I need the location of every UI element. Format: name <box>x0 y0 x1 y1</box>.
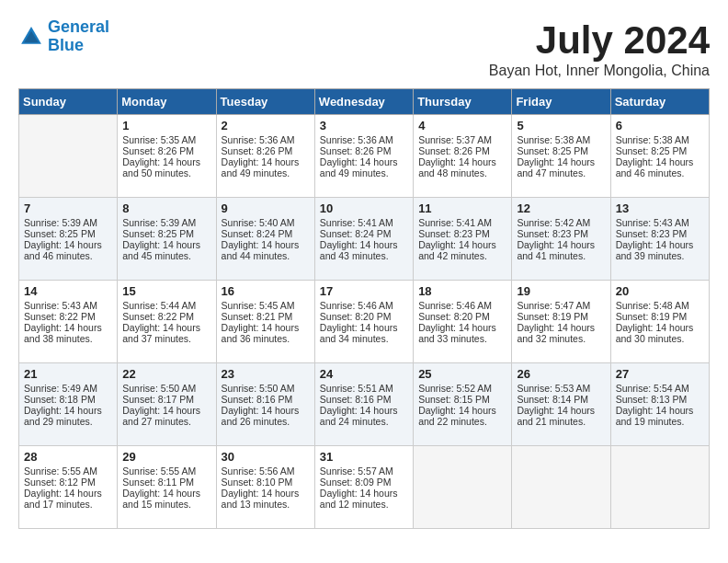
daylight-text: Daylight: 14 hours and 19 minutes. <box>616 405 694 427</box>
day-number: 3 <box>320 119 408 132</box>
calendar-cell: 11Sunrise: 5:41 AMSunset: 8:23 PMDayligh… <box>414 198 512 281</box>
sunset-text: Sunset: 8:15 PM <box>418 394 490 405</box>
sunrise-text: Sunrise: 5:42 AM <box>517 217 590 228</box>
day-number: 10 <box>320 201 408 215</box>
sunrise-text: Sunrise: 5:38 AM <box>616 134 689 145</box>
sunset-text: Sunset: 8:25 PM <box>24 228 96 239</box>
day-number: 27 <box>616 367 704 381</box>
sunset-text: Sunset: 8:16 PM <box>222 394 293 405</box>
sunrise-text: Sunrise: 5:41 AM <box>320 217 393 228</box>
sunrise-text: Sunrise: 5:36 AM <box>320 134 393 145</box>
day-number: 4 <box>418 119 506 132</box>
calendar-cell: 25Sunrise: 5:52 AMSunset: 8:15 PMDayligh… <box>414 363 512 446</box>
daylight-text: Daylight: 14 hours and 34 minutes. <box>320 322 398 344</box>
sunrise-text: Sunrise: 5:55 AM <box>24 465 97 477</box>
sunrise-text: Sunrise: 5:36 AM <box>222 134 295 145</box>
daylight-text: Daylight: 14 hours and 50 minutes. <box>122 156 200 178</box>
day-number: 6 <box>616 119 704 132</box>
sunset-text: Sunset: 8:17 PM <box>122 394 194 405</box>
sunrise-text: Sunrise: 5:35 AM <box>122 134 196 145</box>
day-number: 11 <box>418 201 506 215</box>
sunset-text: Sunset: 8:26 PM <box>222 145 293 156</box>
calendar-cell: 6Sunrise: 5:38 AMSunset: 8:25 PMDaylight… <box>610 115 709 198</box>
title-block: July 2024 Bayan Hot, Inner Mongolia, Chi… <box>489 18 710 79</box>
calendar-cell: 15Sunrise: 5:44 AMSunset: 8:22 PMDayligh… <box>118 281 216 363</box>
weekday-header-tuesday: Tuesday <box>216 89 314 115</box>
daylight-text: Daylight: 14 hours and 37 minutes. <box>122 322 200 344</box>
daylight-text: Daylight: 14 hours and 13 minutes. <box>222 488 300 510</box>
day-number: 23 <box>222 367 310 381</box>
day-number: 26 <box>517 367 605 381</box>
sunset-text: Sunset: 8:09 PM <box>320 477 392 488</box>
daylight-text: Daylight: 14 hours and 42 minutes. <box>418 239 496 261</box>
day-number: 17 <box>320 284 408 298</box>
daylight-text: Daylight: 14 hours and 44 minutes. <box>222 239 300 261</box>
calendar-cell <box>19 115 118 198</box>
sunset-text: Sunset: 8:26 PM <box>122 145 194 156</box>
day-number: 8 <box>122 201 210 215</box>
sunrise-text: Sunrise: 5:44 AM <box>122 300 196 311</box>
calendar-cell: 19Sunrise: 5:47 AMSunset: 8:19 PMDayligh… <box>512 281 610 363</box>
day-number: 5 <box>517 119 605 132</box>
calendar-cell: 20Sunrise: 5:48 AMSunset: 8:19 PMDayligh… <box>610 281 709 363</box>
sunset-text: Sunset: 8:10 PM <box>222 477 293 488</box>
sunrise-text: Sunrise: 5:56 AM <box>222 465 295 477</box>
daylight-text: Daylight: 14 hours and 21 minutes. <box>517 405 595 427</box>
day-number: 2 <box>222 119 310 132</box>
calendar-cell: 4Sunrise: 5:37 AMSunset: 8:26 PMDaylight… <box>414 115 512 198</box>
sunset-text: Sunset: 8:19 PM <box>517 311 588 322</box>
sunrise-text: Sunrise: 5:51 AM <box>320 383 393 394</box>
sunrise-text: Sunrise: 5:52 AM <box>418 383 492 394</box>
calendar-cell: 13Sunrise: 5:43 AMSunset: 8:23 PMDayligh… <box>610 198 709 281</box>
daylight-text: Daylight: 14 hours and 29 minutes. <box>24 405 102 427</box>
sunrise-text: Sunrise: 5:57 AM <box>320 465 393 477</box>
calendar-cell: 10Sunrise: 5:41 AMSunset: 8:24 PMDayligh… <box>314 198 413 281</box>
sunset-text: Sunset: 8:24 PM <box>222 228 293 239</box>
sunrise-text: Sunrise: 5:43 AM <box>616 217 689 228</box>
day-number: 30 <box>222 450 310 464</box>
daylight-text: Daylight: 14 hours and 46 minutes. <box>616 156 694 178</box>
calendar-cell: 1Sunrise: 5:35 AMSunset: 8:26 PMDaylight… <box>118 115 216 198</box>
sunset-text: Sunset: 8:14 PM <box>517 394 588 405</box>
day-number: 18 <box>418 284 506 298</box>
calendar-cell: 29Sunrise: 5:55 AMSunset: 8:11 PMDayligh… <box>118 446 216 529</box>
calendar-cell: 22Sunrise: 5:50 AMSunset: 8:17 PMDayligh… <box>118 363 216 446</box>
calendar-cell <box>512 446 610 529</box>
calendar-cell: 30Sunrise: 5:56 AMSunset: 8:10 PMDayligh… <box>216 446 314 529</box>
day-number: 12 <box>517 201 605 215</box>
day-number: 22 <box>122 367 210 381</box>
sunrise-text: Sunrise: 5:43 AM <box>24 300 97 311</box>
logo-icon <box>18 24 44 50</box>
page-header: General Blue July 2024 Bayan Hot, Inner … <box>18 18 710 79</box>
daylight-text: Daylight: 14 hours and 41 minutes. <box>517 239 595 261</box>
day-number: 16 <box>222 284 310 298</box>
sunrise-text: Sunrise: 5:37 AM <box>418 134 492 145</box>
day-number: 20 <box>616 284 704 298</box>
sunset-text: Sunset: 8:23 PM <box>517 228 588 239</box>
daylight-text: Daylight: 14 hours and 30 minutes. <box>616 322 694 344</box>
daylight-text: Daylight: 14 hours and 36 minutes. <box>222 322 300 344</box>
daylight-text: Daylight: 14 hours and 26 minutes. <box>222 405 300 427</box>
sunset-text: Sunset: 8:23 PM <box>616 228 688 239</box>
calendar-cell: 27Sunrise: 5:54 AMSunset: 8:13 PMDayligh… <box>610 363 709 446</box>
daylight-text: Daylight: 14 hours and 17 minutes. <box>24 488 102 510</box>
day-number: 1 <box>122 119 210 132</box>
calendar-cell: 23Sunrise: 5:50 AMSunset: 8:16 PMDayligh… <box>216 363 314 446</box>
sunrise-text: Sunrise: 5:46 AM <box>418 300 492 311</box>
sunset-text: Sunset: 8:16 PM <box>320 394 392 405</box>
calendar-cell: 12Sunrise: 5:42 AMSunset: 8:23 PMDayligh… <box>512 198 610 281</box>
day-number: 19 <box>517 284 605 298</box>
sunset-text: Sunset: 8:26 PM <box>418 145 490 156</box>
calendar-cell: 5Sunrise: 5:38 AMSunset: 8:25 PMDaylight… <box>512 115 610 198</box>
sunset-text: Sunset: 8:12 PM <box>24 477 96 488</box>
calendar-cell <box>414 446 512 529</box>
sunrise-text: Sunrise: 5:38 AM <box>517 134 590 145</box>
weekday-header-monday: Monday <box>118 89 216 115</box>
calendar-cell: 14Sunrise: 5:43 AMSunset: 8:22 PMDayligh… <box>19 281 118 363</box>
sunrise-text: Sunrise: 5:39 AM <box>24 217 97 228</box>
daylight-text: Daylight: 14 hours and 32 minutes. <box>517 322 595 344</box>
daylight-text: Daylight: 14 hours and 15 minutes. <box>122 488 200 510</box>
calendar-cell: 18Sunrise: 5:46 AMSunset: 8:20 PMDayligh… <box>414 281 512 363</box>
daylight-text: Daylight: 14 hours and 39 minutes. <box>616 239 694 261</box>
day-number: 28 <box>24 450 112 464</box>
